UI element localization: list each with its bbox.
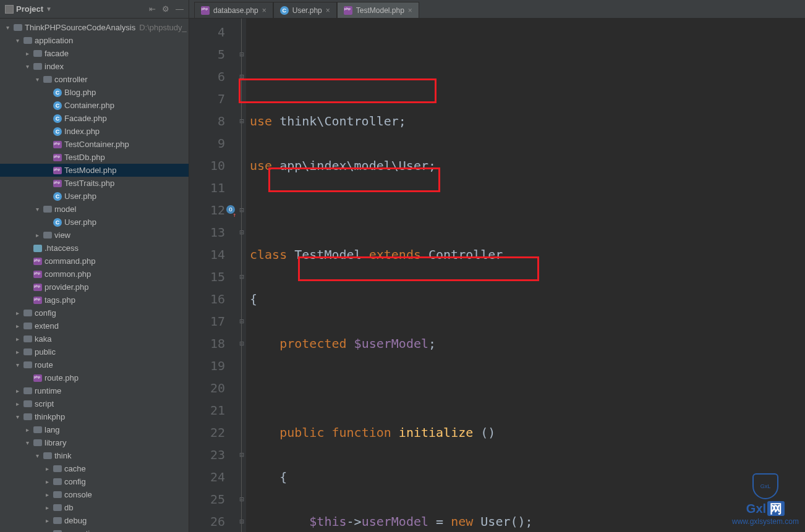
tree-arrow-icon[interactable]: ▾: [33, 452, 41, 459]
tree-arrow-icon[interactable]: ▾: [14, 361, 21, 368]
tree-item-config[interactable]: ▸config: [0, 306, 189, 319]
tree-item-debug[interactable]: ▸debug: [0, 514, 189, 527]
tree-item-runtime[interactable]: ▸runtime: [0, 384, 189, 397]
tree-arrow-icon[interactable]: ▸: [14, 323, 21, 329]
collapse-icon[interactable]: ⇤: [149, 4, 156, 14]
fold-column[interactable]: ⊟⊟⊟⊟⊟⊟⊟⊟⊟⊟⊟: [237, 19, 246, 532]
tree-item-config[interactable]: ▸config: [0, 475, 189, 488]
hide-icon[interactable]: —: [176, 4, 184, 14]
tree-item-index[interactable]: ▾index: [0, 60, 189, 73]
tree-arrow-icon[interactable]: ▾: [14, 37, 21, 44]
fold-marker[interactable]: ⊟: [237, 488, 246, 510]
tree-arrow-icon[interactable]: ▾: [4, 24, 11, 31]
tree-arrow-icon[interactable]: ▸: [43, 491, 51, 498]
fold-marker[interactable]: ⊟: [237, 332, 246, 355]
tree-item-view[interactable]: ▸view: [0, 229, 189, 242]
tree-arrow-icon[interactable]: ▾: [23, 439, 31, 446]
editor-tab-database-php[interactable]: database.php×: [194, 2, 273, 18]
tree-item-console[interactable]: ▸console: [0, 488, 189, 501]
tree-item-library[interactable]: ▾library: [0, 436, 189, 449]
fold-marker[interactable]: ⊟: [237, 266, 246, 288]
tree-arrow-icon[interactable]: ▸: [23, 50, 31, 57]
tree-item-exception[interactable]: ▸exception: [0, 527, 189, 532]
tree-arrow-icon[interactable]: ▾: [33, 206, 41, 213]
php-f-icon: [53, 154, 62, 161]
tree-item-tags-php[interactable]: ▸tags.php: [0, 293, 189, 306]
editor-tab-testmodel-php[interactable]: TestModel.php×: [337, 2, 419, 18]
tree-arrow-icon[interactable]: ▸: [23, 426, 31, 433]
tree-item-cache[interactable]: ▸cache: [0, 462, 189, 475]
tree-arrow-icon[interactable]: ▾: [14, 413, 21, 420]
tree-arrow-icon[interactable]: ▸: [14, 348, 21, 355]
fold-marker[interactable]: ⊟: [237, 65, 246, 88]
tree-item-think[interactable]: ▾think: [0, 449, 189, 462]
close-icon[interactable]: ×: [408, 6, 412, 15]
tree-item-user-php[interactable]: ▸CUser.php: [0, 216, 189, 229]
tree-item-application[interactable]: ▾application: [0, 34, 189, 47]
tree-item-facade[interactable]: ▸facade: [0, 47, 189, 60]
tree-item-blog-php[interactable]: ▸CBlog.php: [0, 86, 189, 99]
fold-marker[interactable]: ⊟: [237, 43, 246, 65]
tree-item-thinkphpsourcecodeanalysis[interactable]: ▾ThinkPHPSourceCodeAnalysisD:\phpstudy_: [0, 21, 189, 34]
tree-arrow-icon[interactable]: ▸: [14, 387, 21, 394]
code-content[interactable]: use think\Controller; use app\index\mode…: [246, 19, 805, 532]
tree-item-kaka[interactable]: ▸kaka: [0, 332, 189, 345]
project-tree[interactable]: ▾ThinkPHPSourceCodeAnalysisD:\phpstudy_▾…: [0, 19, 189, 532]
fold-marker[interactable]: ⊟: [237, 444, 246, 466]
tree-arrow-icon[interactable]: ▸: [33, 232, 41, 239]
close-icon[interactable]: ×: [326, 6, 330, 15]
tree-item-testcontainer-php[interactable]: ▸TestContainer.php: [0, 138, 189, 151]
tree-item--htaccess[interactable]: ▸.htaccess: [0, 242, 189, 255]
php-f-icon: [33, 258, 42, 265]
tree-item-model[interactable]: ▾model: [0, 203, 189, 216]
tree-item-public[interactable]: ▸public: [0, 345, 189, 358]
override-icon[interactable]: o: [226, 205, 235, 214]
tree-item-lang[interactable]: ▸lang: [0, 423, 189, 436]
tree-item-user-php[interactable]: ▸CUser.php: [0, 190, 189, 203]
tab-label: TestModel.php: [356, 6, 404, 15]
line-number: 13: [189, 221, 225, 243]
fold-marker[interactable]: ⊟: [237, 221, 246, 243]
editor-tab-user-php[interactable]: CUser.php×: [273, 2, 337, 18]
tree-arrow-icon[interactable]: ▸: [14, 400, 21, 407]
tree-arrow-icon[interactable]: ▾: [23, 63, 31, 70]
watermark-brand-cn: 网: [767, 501, 785, 516]
tree-item-index-php[interactable]: ▸CIndex.php: [0, 125, 189, 138]
tree-item-provider-php[interactable]: ▸provider.php: [0, 281, 189, 293]
tree-item-extend[interactable]: ▸extend: [0, 319, 189, 332]
tree-item-thinkphp[interactable]: ▾thinkphp: [0, 410, 189, 423]
code-editor[interactable]: 456789101112o131415161718192021222324252…: [189, 19, 805, 532]
tree-item-command-php[interactable]: ▸command.php: [0, 255, 189, 268]
fold-marker[interactable]: ⊟: [237, 310, 246, 332]
tree-arrow-icon[interactable]: ▸: [43, 478, 51, 485]
tree-item-facade-php[interactable]: ▸CFacade.php: [0, 112, 189, 125]
tree-arrow-icon[interactable]: ▸: [43, 465, 51, 472]
tree-item-common-php[interactable]: ▸common.php: [0, 268, 189, 281]
tree-label: model: [54, 205, 76, 214]
project-tool-title[interactable]: Project ▼: [5, 4, 52, 14]
tree-item-testtraits-php[interactable]: ▸TestTraits.php: [0, 177, 189, 190]
close-icon[interactable]: ×: [262, 6, 266, 15]
tree-item-testmodel-php[interactable]: ▸TestModel.php: [0, 164, 189, 177]
php-c-icon: C: [53, 192, 62, 201]
fold-marker[interactable]: ⊟: [237, 199, 246, 221]
tree-item-script[interactable]: ▸script: [0, 397, 189, 410]
fold-marker[interactable]: ⊟: [237, 510, 246, 532]
tree-item-controller[interactable]: ▾controller: [0, 73, 189, 86]
tree-item-testdb-php[interactable]: ▸TestDb.php: [0, 151, 189, 164]
tree-arrow-icon[interactable]: ▸: [43, 504, 51, 511]
tree-item-container-php[interactable]: ▸CContainer.php: [0, 99, 189, 112]
fold-marker[interactable]: ⊟: [237, 110, 246, 132]
tree-arrow-icon[interactable]: ▸: [14, 336, 21, 342]
tree-label: application: [35, 36, 73, 45]
gear-icon[interactable]: ⚙: [162, 4, 169, 14]
tab-label: User.php: [292, 6, 322, 15]
tree-label: Index.php: [64, 127, 100, 136]
tree-arrow-icon[interactable]: ▸: [14, 310, 21, 316]
tree-item-route-php[interactable]: ▸route.php: [0, 371, 189, 384]
tree-arrow-icon[interactable]: ▾: [33, 76, 41, 83]
tree-arrow-icon[interactable]: ▸: [43, 517, 51, 524]
line-number: 8: [189, 110, 225, 132]
tree-item-route[interactable]: ▾route: [0, 358, 189, 371]
tree-item-db[interactable]: ▸db: [0, 501, 189, 514]
